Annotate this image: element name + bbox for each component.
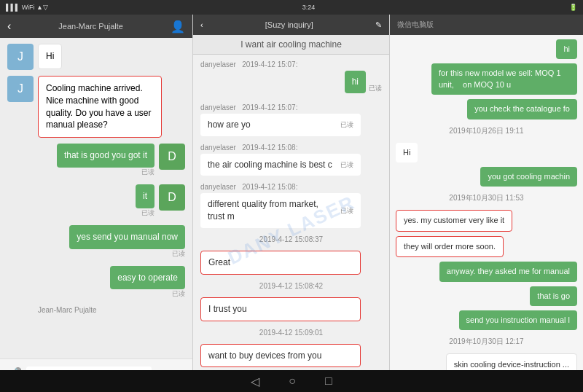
status-battery: 🔋 — [569, 4, 577, 11]
msg-text: want to buy devices from you — [208, 350, 321, 362]
back-icon[interactable]: ‹ — [7, 20, 11, 33]
msg-text: Great — [208, 256, 230, 269]
file-card: skin cooling device-instruction ... 523.… — [446, 353, 577, 370]
msg-text: easy to operate — [117, 273, 178, 283]
msg-text: it — [143, 191, 147, 201]
right-panel: 微信电脑版 hi for this new model we sell: MOQ… — [390, 15, 583, 370]
msg-col: Cooling machine arrived. Nice machine wi… — [38, 76, 162, 138]
msg-text: the air cooling machine is best c — [208, 159, 332, 171]
msg-text: yes send you manual now — [77, 232, 178, 242]
avatar-self: D — [159, 184, 185, 211]
android-nav: ◁ ○ □ — [0, 370, 583, 392]
middle-bubble: the air cooling machine is best c 已读 — [200, 154, 361, 176]
timestamp: 2019年10月30日 11:53 — [396, 193, 577, 203]
chat-input-area: 🎤 ☺ ＋ — [0, 358, 192, 370]
right-msg-row: you check the catalogue fo — [396, 99, 577, 119]
msg-col: it 已读 — [136, 184, 154, 219]
msg-col: easy to operate 已读 — [110, 266, 185, 301]
msg-meta: danyelaser 2019-4-12 15:08: — [200, 183, 382, 191]
avatar: J — [7, 44, 34, 70]
message-row-right: yes send you manual now 已读 — [7, 225, 185, 260]
msg-text: you check the catalogue fo — [474, 104, 570, 113]
recent-nav-btn[interactable]: □ — [325, 375, 332, 388]
right-msg-row: hi — [396, 39, 577, 59]
file-name: skin cooling device-instruction ... — [454, 360, 569, 369]
msg-text: different quality from market, trust m — [208, 198, 334, 223]
right-msg-row: Hi — [396, 143, 577, 162]
emoji-icon[interactable]: ☺ — [156, 366, 169, 370]
top-inquiry-msg: I want air cooling machine — [240, 39, 342, 50]
right-bubble-green: for this new model we sell: MOQ 1 unit, … — [431, 63, 577, 95]
right-msg-row: you got cooling machin — [396, 167, 577, 187]
chat-bubble-blue: that is good you got it — [57, 144, 154, 168]
middle-bubble-outlined-trust: I trust you — [200, 297, 361, 321]
right-bubble-green: you check the catalogue fo — [467, 99, 577, 119]
right-msg-row-file: skin cooling device-instruction ... 523.… — [396, 353, 577, 370]
message-row-right: D that is good you got it 已读 — [7, 144, 185, 179]
left-header: ‹ Jean-Marc Pujalte 👤 — [0, 15, 192, 38]
middle-bubble: different quality from market, trust m 已… — [200, 193, 361, 228]
edit-icon-mid[interactable]: ✎ — [375, 20, 382, 30]
msg-text: how are yo — [208, 119, 251, 131]
back-nav-btn[interactable]: ◁ — [251, 375, 259, 388]
middle-bubble: how are yo 已读 — [200, 114, 361, 136]
right-msg-row: they will order more soon. — [396, 236, 577, 257]
chat-bubble-easy: easy to operate — [110, 266, 185, 290]
msg-meta: danyelaser 2019-4-12 15:08: — [200, 144, 382, 152]
middle-msg-row: danyelaser 2019-4-12 15:07: how are yo 已… — [200, 103, 382, 136]
right-bubble-green: anyway. they asked me for manual — [439, 262, 577, 281]
msg-text: that is go — [537, 291, 570, 300]
right-header-label: 微信电脑版 — [397, 20, 434, 30]
status-bar: ▌▌▌ WiFi ▲▽ 3:24 🔋 — [0, 0, 583, 15]
right-msg-row: anyway. they asked me for manual — [396, 262, 577, 281]
right-bubble: hi — [345, 71, 366, 93]
msg-meta: danyelaser 2019-4-12 15:07: — [200, 103, 382, 111]
add-icon[interactable]: ＋ — [173, 366, 187, 371]
message-row-right: D it 已读 — [7, 184, 185, 219]
app-wrapper: ▌▌▌ WiFi ▲▽ 3:24 🔋 ‹ Jean-Marc Pujalte 👤… — [0, 0, 583, 392]
right-msg-row: for this new model we sell: MOQ 1 unit, … — [396, 63, 577, 95]
middle-title: [Suzy inquiry] — [265, 20, 313, 29]
timestamp: 2019年10月30日 12:17 — [396, 337, 577, 347]
middle-header: ‹ [Suzy inquiry] ✎ — [193, 15, 389, 35]
msg-text: send you instruction manual l — [466, 315, 570, 324]
right-bubble-white: Hi — [396, 143, 418, 162]
contact-header-name: Jean-Marc Pujalte — [58, 22, 123, 31]
timestamp: 2019年10月26日 19:11 — [396, 126, 577, 136]
left-panel: ‹ Jean-Marc Pujalte 👤 J Hi J — [0, 15, 193, 370]
msg-text: yes. my customer very like it — [404, 216, 504, 224]
right-msg-row: send you instruction manual l — [396, 310, 577, 330]
avatar: J — [7, 76, 34, 102]
middle-msg-row: danyelaser 2019-4-12 15:08: the air cool… — [200, 144, 382, 176]
person-icon[interactable]: 👤 — [171, 20, 185, 34]
msg-text: you got cooling machin — [488, 172, 570, 181]
contact-name-bottom: Jean-Marc Pujalte — [7, 306, 185, 314]
msg-text: Hi — [46, 51, 54, 61]
timestamp: 2019-4-12 15:08:37 — [200, 235, 382, 243]
msg-text: Cooling machine arrived. Nice machine wi… — [46, 83, 152, 130]
read-indicator: 已读 — [340, 206, 353, 216]
msg-meta: danyelaser 2019-4-12 15:07: — [200, 60, 382, 68]
middle-panel: ‹ [Suzy inquiry] ✎ I want air cooling ma… — [193, 15, 390, 370]
middle-messages: danyelaser 2019-4-12 15:07: hi 已读 danyel… — [193, 55, 389, 370]
chat-bubble-outlined: Cooling machine arrived. Nice machine wi… — [38, 76, 162, 138]
right-msg-row: yes. my customer very like it — [396, 210, 577, 231]
right-msg-row: that is go — [396, 286, 577, 306]
msg-text: I trust you — [208, 303, 247, 315]
home-nav-btn[interactable]: ○ — [289, 375, 296, 388]
content-area: ‹ Jean-Marc Pujalte 👤 J Hi J — [0, 15, 583, 370]
msg-text: Hi — [403, 148, 410, 157]
read-indicator: 已读 — [369, 84, 382, 93]
read-indicator: 已读 — [340, 120, 353, 130]
right-bubble-green: you got cooling machin — [480, 167, 577, 187]
inquiry-header: I want air cooling machine — [193, 35, 389, 55]
back-icon-mid[interactable]: ‹ — [200, 20, 203, 29]
right-bubble-row: hi 已读 — [200, 71, 382, 93]
msg-text: that is good you got it — [64, 150, 147, 160]
chat-input[interactable] — [26, 366, 152, 371]
right-bubble-outlined: they will order more soon. — [396, 236, 504, 257]
message-row-right: easy to operate 已读 — [7, 266, 185, 301]
right-messages: hi for this new model we sell: MOQ 1 uni… — [390, 35, 583, 370]
voice-icon[interactable]: 🎤 — [6, 366, 22, 371]
msg-col: Hi — [38, 44, 62, 69]
